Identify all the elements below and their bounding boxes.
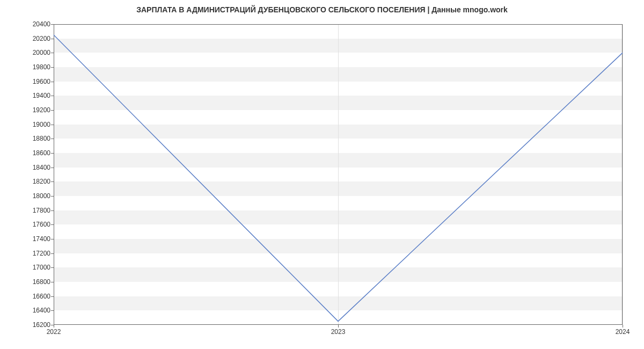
y-tick-mark (51, 82, 54, 82)
x-tick-label: 2023 (331, 328, 346, 336)
y-tick-mark (51, 196, 54, 197)
y-tick-mark (51, 224, 54, 225)
y-tick-label: 19400 (33, 92, 50, 99)
x-tick-mark (338, 325, 339, 328)
chart-title: ЗАРПЛАТА В АДМИНИСТРАЦИЙ ДУБЕНЦОВСКОГО С… (0, 5, 644, 14)
y-tick-label: 20000 (33, 49, 50, 56)
y-tick-label: 19600 (33, 78, 50, 85)
y-tick-mark (51, 110, 54, 111)
x-tick-label: 2022 (47, 328, 61, 336)
y-tick-mark (51, 253, 54, 254)
plot-area: 1620016400166001680017000172001740017600… (54, 24, 623, 325)
y-tick-label: 18400 (33, 164, 50, 171)
y-tick-mark (51, 181, 54, 182)
y-tick-mark (51, 239, 54, 239)
x-tick-mark (623, 325, 623, 328)
y-tick-mark (51, 267, 54, 268)
y-tick-mark (51, 67, 54, 68)
y-tick-mark (51, 168, 54, 168)
y-tick-label: 16600 (33, 293, 50, 300)
line-series (54, 24, 623, 325)
y-tick-label: 18800 (33, 135, 50, 142)
y-tick-label: 16200 (33, 321, 50, 329)
y-tick-mark (51, 96, 54, 96)
y-tick-label: 18000 (33, 192, 50, 200)
y-tick-label: 17400 (33, 235, 50, 243)
y-tick-label: 20200 (33, 35, 50, 42)
x-gridline (623, 24, 623, 325)
y-tick-mark (51, 296, 54, 297)
y-tick-mark (51, 139, 54, 139)
data-line (54, 35, 623, 321)
y-tick-label: 20400 (33, 20, 50, 28)
y-tick-mark (51, 125, 54, 125)
y-tick-label: 18200 (33, 178, 50, 185)
y-tick-label: 18600 (33, 149, 50, 157)
y-tick-mark (51, 310, 54, 311)
y-tick-label: 17800 (33, 207, 50, 214)
y-tick-label: 16800 (33, 278, 50, 286)
y-tick-label: 17600 (33, 221, 50, 228)
y-tick-label: 17200 (33, 250, 50, 257)
y-tick-mark (51, 53, 54, 53)
y-tick-label: 17000 (33, 264, 50, 271)
y-tick-label: 19200 (33, 106, 50, 114)
x-tick-mark (54, 325, 54, 328)
x-tick-label: 2024 (616, 328, 630, 336)
y-tick-mark (51, 210, 54, 211)
y-tick-label: 16400 (33, 307, 50, 314)
y-tick-mark (51, 282, 54, 282)
y-tick-label: 19000 (33, 121, 50, 128)
y-tick-mark (51, 153, 54, 154)
y-tick-mark (51, 39, 54, 39)
y-tick-mark (51, 24, 54, 25)
chart-container: ЗАРПЛАТА В АДМИНИСТРАЦИЙ ДУБЕНЦОВСКОГО С… (0, 0, 644, 349)
y-tick-label: 19800 (33, 63, 50, 71)
